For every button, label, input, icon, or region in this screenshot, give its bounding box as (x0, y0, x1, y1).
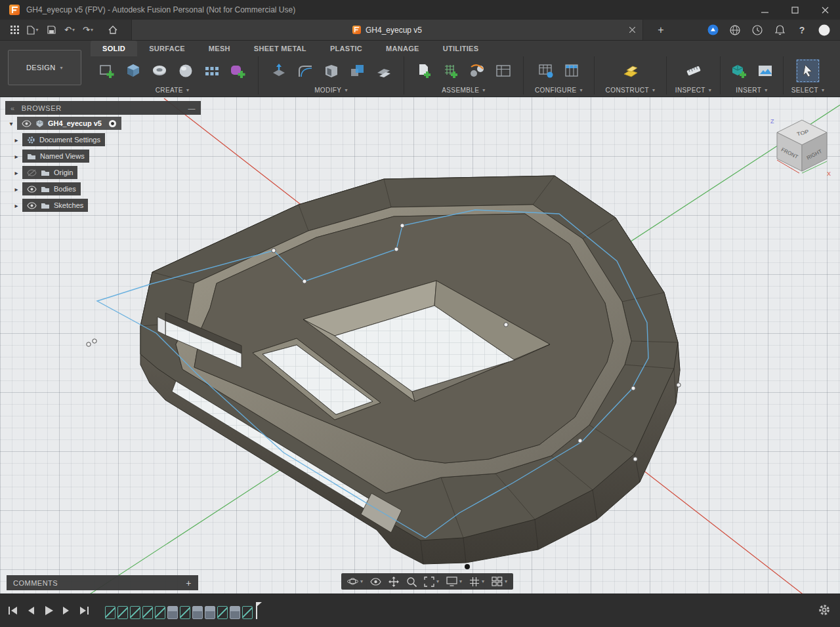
orbit-tool[interactable]: ▾ (347, 576, 363, 587)
help-icon[interactable]: ? (795, 22, 808, 38)
browser-row-sketches[interactable]: ▸ Sketches (10, 197, 201, 213)
group-label-insert[interactable]: INSERT▾ (736, 85, 767, 94)
expand-caret-icon[interactable]: ▾ (5, 120, 17, 127)
bom-table-icon[interactable] (492, 59, 515, 83)
timeline-feature-sketch[interactable] (142, 606, 153, 619)
browser-collapse-icon[interactable]: « (10, 104, 15, 112)
new-tab-button[interactable]: + (652, 22, 669, 38)
comments-bar[interactable]: COMMENTS + (7, 575, 198, 590)
expand-caret-icon[interactable]: ▸ (10, 202, 22, 209)
browser-row-bodies[interactable]: ▸ Bodies (10, 181, 201, 197)
timeline-feature-extrude[interactable] (192, 606, 203, 619)
viewports-tool[interactable]: ▾ (492, 576, 507, 586)
web-icon[interactable] (728, 22, 742, 38)
group-label-assemble[interactable]: ASSEMBLE▾ (442, 85, 486, 94)
joint-icon[interactable] (465, 59, 489, 83)
fillet-icon[interactable] (293, 59, 317, 83)
tab-sheet-metal[interactable]: SHEET METAL (242, 41, 318, 56)
grid-settings-tool[interactable]: ▾ (469, 576, 484, 587)
visibility-eye-icon[interactable] (22, 120, 32, 127)
browser-row-document-settings[interactable]: ▸ Document Settings (10, 132, 201, 148)
tab-solid[interactable]: SOLID (91, 41, 137, 56)
joint-origin-icon[interactable] (439, 59, 463, 83)
timeline-feature-sketch[interactable] (242, 606, 253, 619)
visibility-eye-icon[interactable] (27, 202, 37, 209)
timeline-feature-sketch[interactable] (117, 606, 128, 619)
activate-radio-icon[interactable] (108, 119, 117, 128)
group-label-construct[interactable]: CONSTRUCT▾ (606, 85, 656, 94)
visibility-eye-icon[interactable] (27, 186, 37, 193)
timeline-feature-extrude[interactable] (230, 606, 240, 619)
timeline-feature-sketch[interactable] (155, 606, 165, 619)
timeline-feature-sketch[interactable] (105, 606, 116, 619)
expand-caret-icon[interactable]: ▸ (10, 169, 22, 176)
browser-row-root[interactable]: ▾ GH4_eyecup v5 (5, 115, 201, 131)
timeline-feature-sketch[interactable] (130, 606, 140, 619)
timeline-feature-extrude[interactable] (205, 606, 215, 619)
viewcube[interactable]: TOP FRONT RIGHT Z X (766, 105, 839, 178)
browser-row-named-views[interactable]: ▸ Named Views (10, 148, 201, 164)
visibility-eye-off-icon[interactable] (27, 169, 37, 176)
group-label-create[interactable]: CREATE▾ (156, 85, 190, 94)
tab-surface[interactable]: SURFACE (137, 41, 197, 56)
create-cylinder-icon[interactable] (148, 59, 171, 83)
add-comment-icon[interactable]: + (186, 578, 192, 588)
tab-mesh[interactable]: MESH (197, 41, 242, 56)
construct-plane-icon[interactable] (619, 59, 642, 83)
offset-face-icon[interactable] (372, 59, 396, 83)
expand-caret-icon[interactable]: ▸ (10, 136, 22, 144)
timeline-feature-sketch[interactable] (180, 606, 190, 619)
new-component-icon[interactable] (413, 59, 436, 83)
undo-button[interactable]: ↶▾ (60, 22, 79, 38)
measure-icon[interactable] (682, 59, 705, 83)
maximize-button[interactable] (780, 0, 810, 20)
display-settings-tool[interactable]: ▾ (446, 576, 462, 586)
document-tab-close-icon[interactable] (627, 24, 637, 35)
create-sketch-icon[interactable] (95, 59, 119, 83)
shell-icon[interactable] (320, 59, 343, 83)
fit-view-tool[interactable]: ▾ (424, 576, 439, 587)
play-button[interactable] (42, 604, 55, 617)
timeline-playhead[interactable] (256, 602, 257, 619)
app-grid-icon[interactable] (5, 22, 24, 38)
look-at-tool[interactable] (370, 578, 381, 586)
go-to-start-button[interactable] (7, 604, 20, 617)
configuration-icon[interactable] (560, 59, 584, 83)
tab-plastic[interactable]: PLASTIC (318, 41, 374, 56)
timeline-feature-sketch[interactable] (217, 606, 228, 619)
create-sphere-icon[interactable] (174, 59, 198, 83)
extensions-icon[interactable] (706, 22, 719, 38)
configure-table-icon[interactable] (534, 59, 558, 83)
file-menu-button[interactable]: ▾ (24, 22, 42, 38)
press-pull-icon[interactable] (267, 59, 291, 83)
minimize-button[interactable] (749, 0, 780, 20)
insert-canvas-icon[interactable] (753, 59, 777, 83)
document-tab[interactable]: GH4_eyecup v5 (131, 20, 643, 40)
notifications-bell-icon[interactable] (773, 22, 786, 38)
home-view-button[interactable] (104, 22, 122, 38)
zoom-tool[interactable] (406, 576, 417, 587)
browser-minimize-icon[interactable]: — (188, 104, 196, 112)
workspace-selector[interactable]: DESIGN▾ (8, 50, 81, 85)
create-box-icon[interactable] (121, 59, 145, 83)
expand-caret-icon[interactable]: ▸ (10, 153, 22, 160)
timeline-settings-gear-icon[interactable] (818, 603, 831, 619)
create-form-icon[interactable] (226, 59, 250, 83)
close-button[interactable] (810, 0, 840, 20)
avatar[interactable] (818, 22, 831, 38)
group-label-modify[interactable]: MODIFY▾ (314, 85, 348, 94)
expand-caret-icon[interactable]: ▸ (10, 186, 22, 193)
select-cursor-icon[interactable] (796, 59, 820, 83)
redo-button[interactable]: ↷▾ (79, 22, 97, 38)
pan-tool[interactable] (388, 576, 399, 587)
browser-row-origin[interactable]: ▸ Origin (10, 165, 201, 180)
tab-manage[interactable]: MANAGE (374, 41, 431, 56)
step-forward-button[interactable] (60, 604, 73, 617)
step-back-button[interactable] (24, 604, 37, 617)
group-label-inspect[interactable]: INSPECT▾ (675, 85, 712, 94)
combine-icon[interactable] (346, 59, 369, 83)
group-label-select[interactable]: SELECT▾ (791, 85, 825, 94)
insert-mesh-icon[interactable] (727, 59, 751, 83)
job-status-icon[interactable] (751, 22, 764, 38)
save-button[interactable] (42, 22, 60, 38)
